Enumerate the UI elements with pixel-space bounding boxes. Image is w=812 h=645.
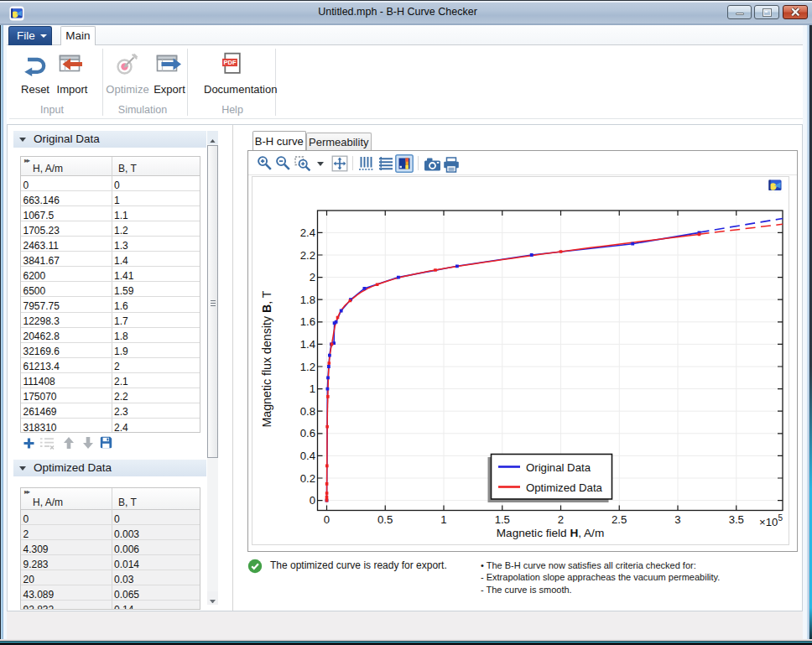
svg-text:Magnetic flux density B, T: Magnetic flux density B, T: [260, 290, 273, 427]
svg-text:0: 0: [310, 494, 315, 507]
svg-text:Original Data: Original Data: [526, 461, 591, 474]
svg-text:0.4: 0.4: [300, 450, 315, 462]
svg-text:×105: ×105: [759, 513, 783, 528]
svg-text:0.6: 0.6: [300, 427, 315, 440]
svg-text:0.8: 0.8: [300, 405, 315, 418]
svg-text:0.5: 0.5: [377, 513, 393, 526]
svg-text:3.5: 3.5: [729, 513, 744, 526]
svg-text:1.4: 1.4: [300, 338, 315, 351]
svg-text:1.8: 1.8: [300, 294, 315, 306]
svg-text:2: 2: [310, 271, 315, 283]
svg-text:2: 2: [558, 513, 564, 526]
svg-text:1.6: 1.6: [300, 315, 315, 328]
svg-text:Magnetic field H, A/m: Magnetic field H, A/m: [497, 527, 604, 539]
svg-text:1.5: 1.5: [495, 513, 510, 526]
svg-text:1: 1: [310, 382, 315, 395]
svg-text:2.2: 2.2: [300, 249, 315, 262]
svg-text:2.5: 2.5: [612, 513, 627, 526]
svg-text:0.2: 0.2: [300, 472, 315, 485]
svg-text:Optimized Data: Optimized Data: [526, 481, 603, 494]
svg-text:PDF: PDF: [223, 59, 237, 66]
svg-text:3: 3: [674, 513, 680, 526]
svg-text:1.2: 1.2: [300, 361, 315, 373]
svg-text:1: 1: [440, 513, 446, 526]
svg-text:0: 0: [324, 513, 330, 526]
svg-text:2.4: 2.4: [300, 226, 315, 239]
